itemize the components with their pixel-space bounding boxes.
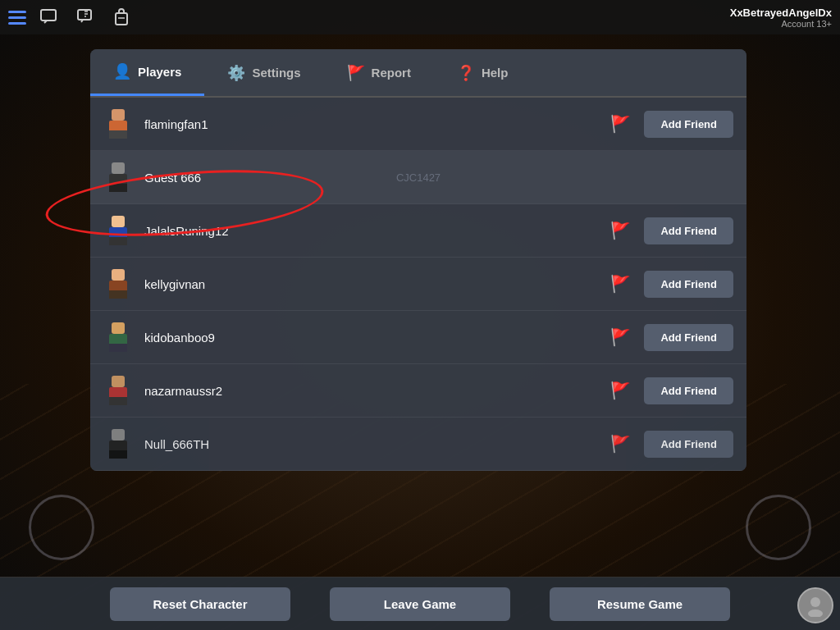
- speech-bubble-icon[interactable]: [72, 4, 98, 30]
- avatar: [103, 376, 133, 405]
- player-list: flamingfan1 🚩 Add Friend Guest 666 CJC14…: [90, 98, 746, 471]
- report-flag-icon[interactable]: 🚩: [607, 111, 634, 137]
- report-flag-icon[interactable]: 🚩: [607, 377, 634, 404]
- tab-help[interactable]: ❓ Help: [434, 49, 532, 96]
- player-name: kidobanboo9: [144, 331, 607, 345]
- add-friend-button[interactable]: Add Friend: [644, 431, 733, 458]
- player-row[interactable]: Guest 666 CJC1427: [90, 151, 746, 204]
- player-actions: 🚩 Add Friend: [607, 217, 733, 244]
- svg-point-3: [810, 597, 820, 607]
- player-name: JalalsRuning12: [144, 224, 607, 238]
- avatar: [103, 109, 133, 139]
- avatar: [103, 162, 133, 192]
- tab-report-label: Report: [372, 66, 411, 80]
- backpack-icon[interactable]: [108, 4, 135, 30]
- player-actions: 🚩 Add Friend: [607, 431, 733, 458]
- joystick-left: [29, 495, 94, 560]
- add-friend-button[interactable]: Add Friend: [644, 111, 733, 138]
- tab-help-label: Help: [482, 66, 509, 80]
- players-tab-icon: 👤: [113, 62, 131, 80]
- player-row[interactable]: flamingfan1 🚩 Add Friend: [90, 98, 746, 151]
- player-row[interactable]: nazarmaussr2 🚩 Add Friend: [90, 364, 746, 418]
- player-actions: 🚩 Add Friend: [607, 377, 733, 404]
- joystick-right: [746, 495, 811, 560]
- tab-bar: 👤 Players ⚙️ Settings 🚩 Report ❓ Help: [90, 49, 746, 98]
- avatar: [103, 216, 133, 245]
- avatar: [103, 429, 133, 459]
- bottom-bar: Reset Character Leave Game Resume Game: [0, 577, 840, 630]
- profile-avatar[interactable]: [797, 587, 833, 623]
- player-name: kellygivnan: [144, 277, 607, 291]
- help-tab-icon: ❓: [457, 64, 475, 82]
- add-friend-button[interactable]: Add Friend: [644, 217, 733, 244]
- report-flag-icon[interactable]: 🚩: [607, 271, 634, 297]
- add-friend-button[interactable]: Add Friend: [644, 271, 733, 298]
- svg-rect-2: [116, 13, 127, 25]
- tab-players[interactable]: 👤 Players: [90, 49, 204, 96]
- add-friend-button[interactable]: Add Friend: [644, 377, 733, 404]
- resume-game-button[interactable]: Resume Game: [550, 587, 730, 621]
- svg-point-4: [808, 609, 823, 617]
- player-row[interactable]: kidobanboo9 🚩 Add Friend: [90, 311, 746, 364]
- player-row[interactable]: JalalsRuning12 🚩 Add Friend: [90, 204, 746, 258]
- tab-players-label: Players: [138, 65, 181, 79]
- leave-game-button[interactable]: Leave Game: [330, 587, 510, 621]
- report-flag-icon[interactable]: 🚩: [607, 324, 634, 350]
- top-bar: XxBetrayedAngelDx Account 13+: [0, 0, 840, 34]
- avatar: [103, 269, 133, 299]
- report-flag-icon[interactable]: 🚩: [607, 217, 634, 244]
- tab-settings[interactable]: ⚙️ Settings: [204, 49, 323, 96]
- user-info: XxBetrayedAngelDx Account 13+: [730, 7, 832, 29]
- settings-tab-icon: ⚙️: [227, 64, 245, 82]
- top-bar-left: [8, 4, 135, 30]
- player-row[interactable]: Null_666TH 🚩 Add Friend: [90, 418, 746, 471]
- player-actions: 🚩 Add Friend: [607, 324, 733, 351]
- account-info: Account 13+: [730, 19, 832, 29]
- player-name: Null_666TH: [144, 437, 607, 451]
- tab-report[interactable]: 🚩 Report: [324, 49, 434, 96]
- player-actions: 🚩 Add Friend: [607, 111, 733, 138]
- tab-settings-label: Settings: [252, 66, 300, 80]
- player-actions: 🚩 Add Friend: [607, 271, 733, 298]
- main-panel: 👤 Players ⚙️ Settings 🚩 Report ❓ Help: [90, 49, 746, 471]
- player-name: nazarmaussr2: [144, 384, 607, 398]
- report-tab-icon: 🚩: [347, 64, 365, 82]
- player-row[interactable]: kellygivnan 🚩 Add Friend: [90, 258, 746, 311]
- username: XxBetrayedAngelDx: [730, 7, 832, 19]
- chat-icon[interactable]: [36, 4, 62, 30]
- reset-character-button[interactable]: Reset Character: [110, 587, 290, 621]
- hamburger-icon[interactable]: [8, 11, 26, 25]
- report-flag-icon[interactable]: 🚩: [607, 431, 634, 457]
- add-friend-button[interactable]: Add Friend: [644, 324, 733, 351]
- avatar: [103, 322, 133, 352]
- svg-rect-0: [41, 10, 56, 21]
- player-name: flamingfan1: [144, 117, 607, 131]
- player-name: Guest 666: [144, 171, 733, 185]
